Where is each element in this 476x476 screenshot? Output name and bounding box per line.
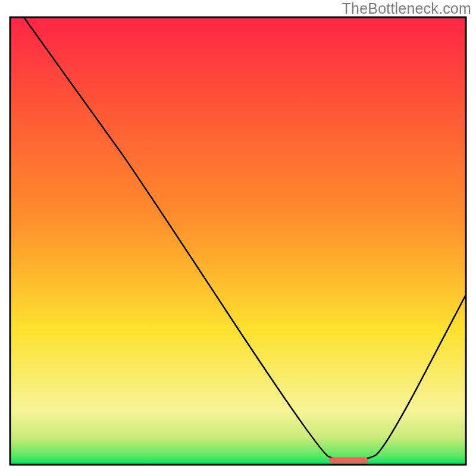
chart-wrapper: TheBottleneck.com (0, 0, 476, 476)
watermark-text: TheBottleneck.com (342, 0, 471, 17)
bottleneck-chart (0, 15, 476, 475)
optimal-marker (329, 457, 368, 463)
gradient-background (10, 17, 466, 465)
